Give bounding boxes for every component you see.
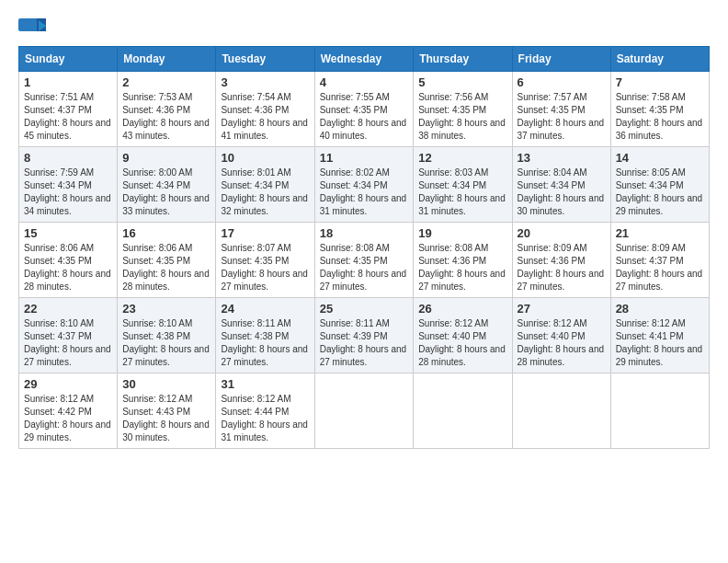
day-number: 12: [418, 151, 506, 165]
day-number: 14: [616, 151, 704, 165]
calendar-cell: 5Sunrise: 7:56 AMSunset: 4:35 PMDaylight…: [414, 72, 512, 147]
day-detail: Sunrise: 7:53 AMSunset: 4:36 PMDaylight:…: [122, 91, 210, 143]
calendar-cell: 1Sunrise: 7:51 AMSunset: 4:37 PMDaylight…: [19, 72, 118, 147]
calendar-week-3: 15Sunrise: 8:06 AMSunset: 4:35 PMDayligh…: [19, 223, 710, 298]
day-number: 23: [122, 302, 210, 316]
day-number: 18: [320, 226, 409, 240]
day-number: 2: [122, 75, 210, 89]
calendar-cell: 19Sunrise: 8:08 AMSunset: 4:36 PMDayligh…: [414, 223, 512, 298]
calendar-header-row: SundayMondayTuesdayWednesdayThursdayFrid…: [19, 47, 710, 72]
calendar-cell: 11Sunrise: 8:02 AMSunset: 4:34 PMDayligh…: [314, 147, 414, 223]
day-detail: Sunrise: 8:08 AMSunset: 4:36 PMDaylight:…: [418, 242, 506, 293]
calendar-table: SundayMondayTuesdayWednesdayThursdayFrid…: [18, 46, 710, 449]
day-number: 15: [24, 226, 112, 240]
header-friday: Friday: [512, 47, 610, 72]
day-number: 9: [122, 151, 210, 165]
calendar-cell: 6Sunrise: 7:57 AMSunset: 4:35 PMDaylight…: [512, 72, 610, 147]
day-number: 19: [418, 226, 506, 240]
day-number: 13: [518, 151, 606, 165]
calendar-cell: 23Sunrise: 8:10 AMSunset: 4:38 PMDayligh…: [118, 298, 216, 373]
calendar-cell: 30Sunrise: 8:12 AMSunset: 4:43 PMDayligh…: [118, 373, 216, 449]
day-detail: Sunrise: 8:12 AMSunset: 4:43 PMDaylight:…: [122, 393, 210, 444]
calendar-cell: 4Sunrise: 7:55 AMSunset: 4:35 PMDaylight…: [314, 72, 414, 147]
day-detail: Sunrise: 8:12 AMSunset: 4:40 PMDaylight:…: [418, 317, 506, 369]
day-detail: Sunrise: 8:03 AMSunset: 4:34 PMDaylight:…: [418, 167, 506, 218]
day-detail: Sunrise: 8:12 AMSunset: 4:44 PMDaylight:…: [221, 393, 309, 444]
calendar-cell: 26Sunrise: 8:12 AMSunset: 4:40 PMDayligh…: [414, 298, 512, 373]
day-detail: Sunrise: 7:59 AMSunset: 4:34 PMDaylight:…: [24, 167, 112, 218]
calendar-week-4: 22Sunrise: 8:10 AMSunset: 4:37 PMDayligh…: [19, 298, 710, 373]
day-number: 24: [221, 302, 309, 316]
logo-icon: [18, 18, 46, 39]
day-number: 20: [518, 226, 606, 240]
day-detail: Sunrise: 7:54 AMSunset: 4:36 PMDaylight:…: [221, 91, 309, 143]
calendar-cell: 25Sunrise: 8:11 AMSunset: 4:39 PMDayligh…: [314, 298, 414, 373]
calendar-week-2: 8Sunrise: 7:59 AMSunset: 4:34 PMDaylight…: [19, 147, 710, 223]
page-header: [18, 18, 710, 39]
day-number: 27: [518, 302, 606, 316]
day-number: 16: [122, 226, 210, 240]
calendar-cell: 29Sunrise: 8:12 AMSunset: 4:42 PMDayligh…: [19, 373, 118, 449]
day-detail: Sunrise: 8:04 AMSunset: 4:34 PMDaylight:…: [518, 167, 606, 218]
day-detail: Sunrise: 8:11 AMSunset: 4:39 PMDaylight:…: [320, 317, 409, 369]
calendar-cell: [610, 373, 709, 449]
day-number: 22: [24, 302, 112, 316]
calendar-cell: 21Sunrise: 8:09 AMSunset: 4:37 PMDayligh…: [610, 223, 709, 298]
day-number: 4: [320, 75, 409, 89]
day-detail: Sunrise: 8:08 AMSunset: 4:35 PMDaylight:…: [320, 242, 409, 293]
day-number: 3: [221, 75, 309, 89]
day-number: 1: [24, 75, 112, 89]
calendar-cell: 15Sunrise: 8:06 AMSunset: 4:35 PMDayligh…: [19, 223, 118, 298]
calendar-cell: 18Sunrise: 8:08 AMSunset: 4:35 PMDayligh…: [314, 223, 414, 298]
calendar-cell: [314, 373, 414, 449]
day-detail: Sunrise: 8:10 AMSunset: 4:38 PMDaylight:…: [122, 317, 210, 369]
day-number: 25: [320, 302, 409, 316]
calendar-cell: 20Sunrise: 8:09 AMSunset: 4:36 PMDayligh…: [512, 223, 610, 298]
calendar-cell: 17Sunrise: 8:07 AMSunset: 4:35 PMDayligh…: [216, 223, 314, 298]
day-number: 30: [122, 377, 210, 391]
header-saturday: Saturday: [610, 47, 709, 72]
day-detail: Sunrise: 8:12 AMSunset: 4:40 PMDaylight:…: [518, 317, 606, 369]
header-thursday: Thursday: [414, 47, 512, 72]
header-monday: Monday: [118, 47, 216, 72]
day-detail: Sunrise: 8:07 AMSunset: 4:35 PMDaylight:…: [221, 242, 309, 293]
day-detail: Sunrise: 8:01 AMSunset: 4:34 PMDaylight:…: [221, 167, 309, 218]
calendar-cell: 24Sunrise: 8:11 AMSunset: 4:38 PMDayligh…: [216, 298, 314, 373]
day-number: 10: [221, 151, 309, 165]
header-sunday: Sunday: [19, 47, 118, 72]
calendar-cell: [414, 373, 512, 449]
calendar-cell: 2Sunrise: 7:53 AMSunset: 4:36 PMDaylight…: [118, 72, 216, 147]
day-detail: Sunrise: 8:02 AMSunset: 4:34 PMDaylight:…: [320, 167, 409, 218]
day-number: 7: [616, 75, 704, 89]
day-detail: Sunrise: 8:00 AMSunset: 4:34 PMDaylight:…: [122, 167, 210, 218]
day-number: 29: [24, 377, 112, 391]
day-number: 5: [418, 75, 506, 89]
calendar-cell: 27Sunrise: 8:12 AMSunset: 4:40 PMDayligh…: [512, 298, 610, 373]
day-detail: Sunrise: 8:05 AMSunset: 4:34 PMDaylight:…: [616, 167, 704, 218]
calendar-cell: 3Sunrise: 7:54 AMSunset: 4:36 PMDaylight…: [216, 72, 314, 147]
day-number: 6: [518, 75, 606, 89]
calendar-cell: 22Sunrise: 8:10 AMSunset: 4:37 PMDayligh…: [19, 298, 118, 373]
day-detail: Sunrise: 8:09 AMSunset: 4:36 PMDaylight:…: [518, 242, 606, 293]
calendar-body: 1Sunrise: 7:51 AMSunset: 4:37 PMDaylight…: [19, 72, 710, 449]
day-detail: Sunrise: 7:58 AMSunset: 4:35 PMDaylight:…: [616, 91, 704, 143]
calendar-cell: 7Sunrise: 7:58 AMSunset: 4:35 PMDaylight…: [610, 72, 709, 147]
calendar-cell: 8Sunrise: 7:59 AMSunset: 4:34 PMDaylight…: [19, 147, 118, 223]
calendar-cell: 31Sunrise: 8:12 AMSunset: 4:44 PMDayligh…: [216, 373, 314, 449]
day-number: 17: [221, 226, 309, 240]
day-detail: Sunrise: 7:55 AMSunset: 4:35 PMDaylight:…: [320, 91, 409, 143]
day-number: 11: [320, 151, 409, 165]
day-detail: Sunrise: 8:06 AMSunset: 4:35 PMDaylight:…: [24, 242, 112, 293]
calendar-week-5: 29Sunrise: 8:12 AMSunset: 4:42 PMDayligh…: [19, 373, 710, 449]
header-tuesday: Tuesday: [216, 47, 314, 72]
day-detail: Sunrise: 8:12 AMSunset: 4:42 PMDaylight:…: [24, 393, 112, 444]
day-number: 28: [616, 302, 704, 316]
calendar-cell: 12Sunrise: 8:03 AMSunset: 4:34 PMDayligh…: [414, 147, 512, 223]
calendar-cell: 13Sunrise: 8:04 AMSunset: 4:34 PMDayligh…: [512, 147, 610, 223]
calendar-cell: 9Sunrise: 8:00 AMSunset: 4:34 PMDaylight…: [118, 147, 216, 223]
day-number: 8: [24, 151, 112, 165]
day-detail: Sunrise: 8:12 AMSunset: 4:41 PMDaylight:…: [616, 317, 704, 369]
calendar-cell: 16Sunrise: 8:06 AMSunset: 4:35 PMDayligh…: [118, 223, 216, 298]
calendar-cell: 28Sunrise: 8:12 AMSunset: 4:41 PMDayligh…: [610, 298, 709, 373]
day-detail: Sunrise: 7:56 AMSunset: 4:35 PMDaylight:…: [418, 91, 506, 143]
